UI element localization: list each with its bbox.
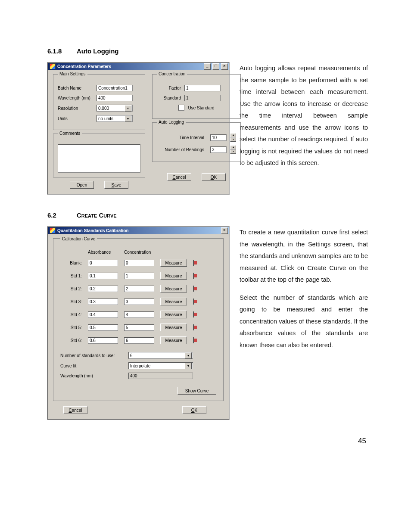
- absorbance-input[interactable]: [88, 286, 118, 292]
- curve-fit-select[interactable]: Interpolate ▾: [128, 362, 193, 369]
- wavelength-label: Wavelength (nm): [60, 373, 125, 378]
- standard-row: Std 2:Measure: [60, 285, 216, 292]
- flag-icon: [193, 324, 199, 330]
- units-select[interactable]: no units ▾: [97, 115, 133, 122]
- concentration-input[interactable]: [124, 286, 154, 292]
- std-label: Std 5:: [60, 325, 82, 330]
- measure-button[interactable]: Measure: [160, 311, 187, 318]
- use-standard-checkbox[interactable]: [178, 105, 184, 111]
- measure-button[interactable]: Measure: [160, 298, 187, 305]
- standard-label: Standard: [157, 96, 181, 100]
- num-readings-spinner[interactable]: ▴▾: [230, 145, 236, 154]
- concentration-input[interactable]: [124, 324, 154, 331]
- save-button[interactable]: Save: [104, 181, 128, 189]
- standard-row: Std 5:Measure: [60, 324, 216, 331]
- show-curve-button[interactable]: Show Curve: [177, 387, 216, 395]
- std-label: Std 4:: [60, 312, 82, 317]
- num-readings-label: Number of Readings: [157, 147, 207, 152]
- quantitation-standards-dialog: Quantitation Standards Calibration × Cal…: [47, 227, 229, 420]
- group-label: Concentration: [157, 72, 187, 76]
- flag-icon: [193, 299, 199, 305]
- ok-button[interactable]: OK: [202, 173, 226, 181]
- std-label: Blank:: [60, 261, 82, 265]
- flag-icon: [193, 273, 199, 279]
- concentration-input[interactable]: [124, 273, 154, 279]
- close-icon[interactable]: ×: [221, 227, 228, 234]
- measure-button[interactable]: Measure: [160, 259, 187, 267]
- time-interval-input[interactable]: [210, 134, 227, 141]
- auto-logging-group: Auto Logging Time Interval ▴▾ Number of …: [152, 122, 241, 162]
- concentration-input[interactable]: [124, 311, 154, 318]
- window-title: Quantitation Standards Calibration: [57, 228, 219, 233]
- measure-button[interactable]: Measure: [160, 272, 187, 280]
- measure-button[interactable]: Measure: [160, 285, 187, 292]
- absorbance-input[interactable]: [88, 311, 118, 318]
- close-icon[interactable]: ×: [221, 63, 228, 70]
- use-standard-label: Use Standard: [188, 106, 214, 110]
- concentration-input[interactable]: [124, 260, 154, 266]
- num-readings-input[interactable]: [210, 146, 227, 153]
- create-curve-paragraph-1: To create a new quantitation curve first…: [240, 227, 368, 286]
- titlebar: Quantitation Standards Calibration ×: [48, 227, 229, 234]
- time-interval-spinner[interactable]: ▴▾: [230, 133, 236, 142]
- std-label: Std 3:: [60, 299, 82, 304]
- measure-button[interactable]: Measure: [160, 336, 187, 344]
- chevron-down-icon[interactable]: ▾: [125, 105, 131, 112]
- resolution-label: Resolution: [58, 106, 93, 111]
- col-absorbance: Absorbance: [88, 250, 118, 255]
- resolution-select[interactable]: 0.000 ▾: [97, 105, 133, 112]
- chevron-down-icon[interactable]: ▾: [185, 363, 192, 369]
- cancel-button[interactable]: Cancel: [167, 173, 191, 181]
- app-icon: [50, 63, 56, 69]
- wavelength-label: Wavelength (nm): [58, 96, 93, 100]
- chevron-down-icon[interactable]: ▾: [125, 115, 131, 122]
- standard-row: Std 1:Measure: [60, 272, 216, 280]
- col-concentration: Concentration: [124, 250, 154, 255]
- chevron-down-icon[interactable]: ▾: [185, 352, 192, 359]
- measure-button[interactable]: Measure: [160, 324, 187, 331]
- factor-label: Factor: [157, 86, 181, 90]
- heading-number: 6.2: [47, 212, 65, 219]
- main-settings-group: Main Settings Batch Name Wavelength (nm)…: [53, 74, 145, 130]
- units-label: Units: [58, 116, 93, 121]
- num-standards-select[interactable]: 6 ▾: [128, 352, 193, 359]
- wavelength-display: [128, 373, 193, 379]
- absorbance-input[interactable]: [88, 324, 118, 331]
- calibration-curve-group: Calibration Curve Absorbance Concentrati…: [53, 238, 224, 401]
- app-icon: [50, 227, 56, 233]
- ok-button[interactable]: OK: [182, 406, 206, 414]
- batch-name-label: Batch Name: [58, 86, 93, 90]
- heading-number: 6.1.8: [47, 47, 65, 55]
- maximize-icon[interactable]: □: [212, 63, 219, 70]
- open-button[interactable]: Open: [70, 181, 94, 189]
- heading-auto-logging: 6.1.8 Auto Logging: [47, 47, 368, 55]
- standard-input: [184, 95, 221, 101]
- heading-title: Create Curve: [77, 212, 117, 219]
- std-label: Std 1:: [60, 274, 82, 278]
- curve-fit-label: Curve fit: [60, 364, 125, 368]
- absorbance-input[interactable]: [88, 299, 118, 305]
- absorbance-input[interactable]: [88, 273, 118, 279]
- wavelength-input[interactable]: [97, 95, 133, 101]
- flag-icon: [193, 311, 199, 317]
- comments-group: Comments: [53, 134, 145, 177]
- heading-title: Auto Logging: [77, 47, 118, 55]
- page-number: 45: [47, 437, 368, 445]
- std-label: Std 6:: [60, 338, 82, 343]
- minimize-icon[interactable]: _: [204, 63, 211, 70]
- concentration-input[interactable]: [124, 299, 154, 305]
- create-curve-paragraph-2: Select the number of standards which are…: [240, 292, 368, 352]
- cancel-button[interactable]: Cancel: [63, 406, 87, 414]
- standard-row: Std 3:Measure: [60, 298, 216, 305]
- group-label: Main Settings: [58, 72, 87, 76]
- comments-textarea[interactable]: [58, 144, 140, 173]
- absorbance-input[interactable]: [88, 337, 118, 344]
- flag-icon: [193, 286, 199, 292]
- factor-input[interactable]: [184, 85, 221, 91]
- batch-name-input[interactable]: [97, 85, 133, 91]
- concentration-input[interactable]: [124, 337, 154, 344]
- concentration-parameters-dialog: Concentration Parameters _ □ × Main Sett…: [47, 62, 229, 194]
- std-label: Std 2:: [60, 286, 82, 291]
- group-label: Comments: [58, 131, 82, 136]
- absorbance-input[interactable]: [88, 260, 118, 266]
